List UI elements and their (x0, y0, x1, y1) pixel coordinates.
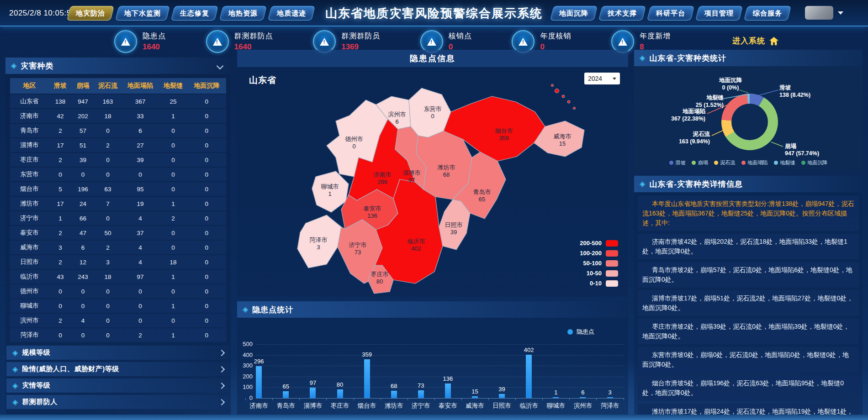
stat-label: 隐患点 (143, 31, 166, 41)
region-cell: 日照市 (10, 258, 49, 266)
table-header-row: 地区滑坡崩塌泥石流地面塌陷地裂缝地面沉降 (10, 78, 226, 94)
bar-菏泽市 (607, 397, 613, 398)
table-cell: 0 (187, 113, 226, 120)
table-row[interactable]: 滨州市240000 (10, 314, 226, 327)
region-cell: 潍坊市 (10, 200, 49, 208)
pie-legend-item-地面塌陷[interactable]: 地面塌陷 (741, 159, 768, 166)
nav-tab-地热资源[interactable]: 地热资源 (219, 6, 267, 21)
table-row[interactable]: 淄博市175122700 (10, 138, 226, 152)
table-row[interactable]: 青岛市2570600 (10, 124, 226, 137)
map-region-日照市[interactable] (439, 200, 470, 250)
table-cell: 6 (122, 127, 159, 134)
table-cell: 0 (187, 317, 226, 324)
table-cell: 0 (94, 288, 121, 295)
map-legend-item: 0-10 (580, 280, 618, 287)
nav-tab-技术支撑[interactable]: 技术支撑 (598, 6, 646, 21)
table-cell: 1 (49, 215, 72, 222)
accordion-规模等级[interactable]: ◈规模等级 (6, 346, 230, 360)
table-cell: 2 (49, 317, 72, 324)
accordion-群测群防人[interactable]: ◈群测群防人 (6, 395, 230, 409)
y-axis-label: 100 (237, 383, 253, 390)
table-row[interactable]: 济南市42202183310 (10, 109, 226, 123)
table-cell: 1 (159, 113, 187, 120)
table-cell: 0 (72, 171, 95, 178)
donut-panel-header: ◈ 山东省-灾害种类统计 (634, 50, 863, 66)
table-row[interactable]: 济宁市1660420 (10, 211, 226, 225)
table-row[interactable]: 临沂市43243189710 (10, 270, 226, 284)
region-cell: 淄博市 (10, 141, 49, 149)
accordion-灾情等级[interactable]: ◈灾情等级 (6, 378, 230, 393)
detail-intro-text: 本年度山东省地质灾害按照灾害类型划分:滑坡138处，崩塌947处，泥石流163处… (638, 196, 859, 231)
table-row[interactable]: 日照市21234180 (10, 255, 226, 269)
nav-tab-地面沉降[interactable]: 地面沉降 (550, 6, 598, 21)
region-cell: 威海市 (10, 243, 49, 252)
table-cell: 0 (159, 127, 187, 134)
nav-tab-地灾防治[interactable]: 地灾防治 (67, 6, 114, 21)
x-axis-label: 淄博市 (299, 402, 327, 410)
column-header: 地区 (10, 82, 49, 90)
table-row[interactable]: 泰安市247503700 (10, 226, 226, 240)
table-row[interactable]: 威海市362400 (10, 241, 226, 254)
warning-icon (206, 30, 229, 53)
bar-枣庄市 (337, 389, 343, 398)
pie-legend-item-地面沉降[interactable]: 地面沉降 (801, 159, 828, 166)
tab-label: 地热资源 (228, 9, 258, 18)
table-cell: 0 (187, 157, 226, 163)
table-cell: 2 (122, 332, 159, 339)
table-row[interactable]: 山东省138947163367250 (10, 94, 226, 108)
x-axis-label: 济宁市 (407, 402, 435, 410)
table-cell: 12 (72, 259, 95, 266)
disaster-table: 地区滑坡崩塌泥石流地面塌陷地裂缝地面沉降 山东省138947163367250济… (5, 74, 231, 342)
legend-dot (741, 161, 746, 165)
table-row[interactable]: 枣庄市23903900 (10, 153, 226, 167)
disaster-stats-panel: ◈ 山东省-灾害种类统计 滑坡138 (8.42%)崩塌947 (57.74%)… (634, 50, 863, 169)
table-cell: 0 (187, 142, 226, 149)
pie-legend-item-地裂缝[interactable]: 地裂缝 (774, 159, 795, 166)
x-axis-label: 临沂市 (515, 402, 543, 410)
table-cell: 0 (159, 230, 187, 236)
table-cell: 0 (159, 288, 187, 295)
chevron-down-icon[interactable] (838, 11, 843, 15)
nav-tab-项目管理[interactable]: 项目管理 (695, 6, 743, 21)
chevron-down-icon[interactable] (217, 62, 224, 69)
bar-chart: 0100200300400500296济南市65青岛市97淄博市80枣庄市359… (237, 301, 628, 415)
user-avatar[interactable] (805, 6, 833, 20)
bar-value-label: 6 (572, 389, 594, 396)
bar-value-label: 15 (464, 388, 487, 395)
legend-swatch (606, 240, 618, 247)
table-cell: 19 (122, 200, 159, 207)
map-region-菏泽市[interactable] (297, 215, 341, 268)
nav-tab-综合服务[interactable]: 综合服务 (744, 6, 791, 21)
pie-legend-item-崩塌[interactable]: 崩塌 (692, 159, 708, 166)
nav-tab-地质遗迹[interactable]: 地质遗迹 (268, 6, 315, 21)
x-axis-label: 聊城市 (542, 402, 570, 410)
table-row[interactable]: 菏泽市000210 (10, 328, 226, 342)
bar-value-label: 68 (382, 383, 405, 389)
nav-tab-生态修复[interactable]: 生态修复 (171, 6, 218, 21)
map-island (567, 100, 570, 103)
bar-济南市 (256, 366, 262, 398)
map-legend-item: 10-50 (580, 270, 618, 277)
pie-legend-item-滑坡[interactable]: 滑坡 (669, 159, 686, 166)
pie-legend-item-泥石流[interactable]: 泥石流 (714, 159, 736, 166)
chevron-right-icon (218, 366, 225, 372)
accordion-label: 规模等级 (22, 348, 215, 357)
axis-tick (624, 398, 624, 400)
table-cell: 3 (49, 244, 72, 251)
table-row[interactable]: 烟台市5196639500 (10, 182, 226, 196)
disaster-type-header[interactable]: ◈ 灾害种类 (5, 58, 231, 74)
nav-tab-科研平台[interactable]: 科研平台 (647, 6, 694, 21)
table-row[interactable]: 潍坊市172471910 (10, 197, 226, 210)
table-row[interactable]: 德州市000000 (10, 284, 226, 298)
table-cell: 57 (72, 127, 95, 134)
table-row[interactable]: 聊城市000010 (10, 299, 226, 313)
bar-value-label: 359 (355, 351, 378, 358)
table-cell: 0 (94, 215, 121, 222)
diamond-icon: ◈ (640, 180, 646, 188)
enter-system-link[interactable]: 进入系统 (732, 36, 779, 46)
nav-tab-地下水监测[interactable]: 地下水监测 (115, 6, 170, 21)
grid-line (256, 355, 624, 356)
accordion-险情(威胁人口、威胁财产)等级[interactable]: ◈险情(威胁人口、威胁财产)等级 (6, 362, 230, 376)
table-cell: 0 (159, 186, 187, 193)
table-row[interactable]: 东营市000000 (10, 168, 226, 181)
